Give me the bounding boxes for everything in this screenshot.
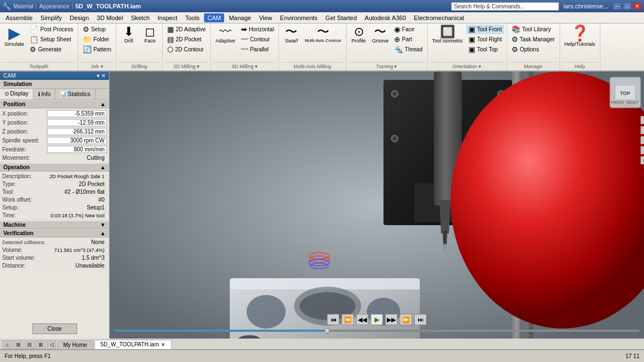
ribbon-group-drilling: ⬇ Drill ◻ Face Drilling <box>116 23 163 70</box>
ribbon-label-manage: Manage <box>509 62 557 69</box>
adaptive-label: Adaptive <box>216 38 235 44</box>
tab-info[interactable]: ℹ Info <box>34 89 56 99</box>
ribbon-btn-face[interactable]: ◻ Face <box>140 25 160 45</box>
menu-environments[interactable]: Environments <box>277 13 321 22</box>
appearance-label: Appearance <box>39 3 69 9</box>
maximize-button[interactable]: □ <box>623 2 632 10</box>
horizontal-icon: ➡ <box>241 25 247 34</box>
cam-panel-header: CAM ▾ ✕ <box>0 72 109 80</box>
ribbon-btn-folder[interactable]: 📁 Folder <box>80 35 113 44</box>
tab-display[interactable]: ⊙ Display <box>0 89 34 99</box>
ribbon-btn-pattern[interactable]: 🔄 Pattern <box>80 45 113 54</box>
ribbon-btn-toollibrary[interactable]: 📚 Tool Library <box>509 25 557 34</box>
ribbon-btn-2dadaptive[interactable]: ▦ 2D Adaptive <box>165 25 208 34</box>
tabs-grid-btn[interactable]: ⊟ <box>25 340 35 349</box>
svg-point-22 <box>247 295 286 328</box>
menu-view[interactable]: View <box>255 13 276 22</box>
tab-close-icon[interactable]: ✕ <box>161 342 165 347</box>
ribbon-btn-groove[interactable]: 〜 Groove <box>370 25 391 45</box>
ribbon-btn-simulate[interactable]: ▶ Simulate <box>2 25 26 49</box>
progress-thumb[interactable] <box>324 328 330 334</box>
machine-section-header[interactable]: Machine ▼ <box>0 221 109 229</box>
movement-value: Cutting <box>47 155 107 161</box>
ribbon-btn-setupsheet[interactable]: 📋 Setup Sheet <box>27 35 75 44</box>
svg-point-5 <box>393 92 396 96</box>
ribbon-btn-2dcontour[interactable]: ⬡ 2D Contour <box>165 45 208 54</box>
statusbar: For Help, press F1 17 11 <box>0 350 644 362</box>
ribbon-btn-toolfront[interactable]: ▣ Tool Front <box>466 25 504 34</box>
generate-label: Generate <box>38 46 61 53</box>
progress-track[interactable] <box>114 330 640 332</box>
ribbon-orientation-items: 🔲 Tool Isometric ▣ Tool Front ▣ Tool Rig… <box>430 25 504 62</box>
menu-cam[interactable]: CAM <box>204 13 224 22</box>
tab-myhome[interactable]: My Home <box>57 340 93 349</box>
ribbon-btn-thread[interactable]: 🔩 Thread <box>392 45 425 54</box>
tab-statistics[interactable]: 📊 Statistics <box>55 89 95 99</box>
description-row: Description: 2D Pocket Rough Side 1 <box>0 173 109 180</box>
menu-design[interactable]: Design <box>67 13 92 22</box>
2dpocket-icon: ▤ <box>167 35 174 44</box>
ribbon-btn-options[interactable]: ⚙ Options <box>509 45 557 54</box>
search-box[interactable]: Search Help & Commands... <box>451 2 559 11</box>
tabs-home-btn[interactable]: ⌂ <box>2 340 12 349</box>
ribbon-btn-taskmanager[interactable]: ⚙ Task Manager <box>509 35 557 44</box>
menu-sketch[interactable]: Sketch <box>127 13 153 22</box>
operation-section-header[interactable]: Operation ▲ <box>0 163 109 172</box>
ribbon-btn-multiaxiscontour[interactable]: 〜 Multi-Axis Contour <box>302 25 343 45</box>
ribbon-btn-parallel[interactable]: 〰 Parallel <box>239 45 276 54</box>
sim-to-start[interactable]: ⏮ <box>327 314 339 325</box>
ribbon-btn-swarf[interactable]: 〜 Swarf <box>281 25 301 45</box>
separator2: | <box>72 3 73 9</box>
minimize-button[interactable]: ─ <box>613 2 622 10</box>
machine-label: Machine <box>3 222 26 228</box>
close-button[interactable]: ✕ <box>633 2 642 10</box>
ribbon-btn-setup[interactable]: ⚙ Setup <box>80 25 113 34</box>
ribbon-btn-generate[interactable]: ⚙ Generate <box>27 45 75 54</box>
adaptive-icon: 〰 <box>219 26 231 38</box>
menu-3dmodel[interactable]: 3D Model <box>93 13 126 22</box>
menu-assemble[interactable]: Assemble <box>2 13 36 22</box>
ribbon-btn-turning-face[interactable]: ◉ Face <box>392 25 425 34</box>
ribbon-btn-2dpocket[interactable]: ▤ 2D Pocket <box>165 35 208 44</box>
sim-step-forward[interactable]: ⏩ <box>400 314 412 325</box>
setup-row: Setup: Setup1 <box>0 204 109 212</box>
verification-section-header[interactable]: Verification ▲ <box>0 229 109 237</box>
cam-header-close[interactable]: ▾ ✕ <box>97 73 106 79</box>
sim-step-back[interactable]: ⏪ <box>342 314 354 325</box>
tabs-arrow-left[interactable]: ◁ <box>47 340 56 349</box>
volume-label: Volume: <box>2 247 47 253</box>
position-section-header[interactable]: Position ▲ <box>0 100 109 108</box>
options-label: Options <box>520 46 539 53</box>
menu-getstarted[interactable]: Get Started <box>322 13 360 22</box>
ribbon-btn-postprocess[interactable]: 📄 Post Process <box>27 25 75 34</box>
ribbon-btn-contour[interactable]: 〰 Contour <box>239 35 276 44</box>
tab-toolpath[interactable]: 5D_W_TOOLPATH.iam ✕ <box>94 340 172 349</box>
movement-label: Movement: <box>2 155 47 161</box>
ribbon-btn-part[interactable]: ⊕ Part <box>392 35 425 44</box>
viewport[interactable]: X Y Z TOP FRONT RIGHT ▲ ▼ ◄ ► <box>110 72 644 339</box>
tabs-tile-btn[interactable]: ⊞ <box>13 340 23 349</box>
tabs-expand-btn[interactable]: ⊞ <box>36 340 46 349</box>
horizontal-label: Horizontal <box>249 26 274 32</box>
menu-electromech[interactable]: Electromechanical <box>410 13 467 22</box>
menu-tools[interactable]: Tools <box>182 13 203 22</box>
menu-manage[interactable]: Manage <box>225 13 254 22</box>
contour-label: Contour <box>250 36 270 42</box>
ribbon-btn-help[interactable]: ❓ Help/Tutorials <box>562 25 598 49</box>
ribbon-btn-tooltop[interactable]: ▣ Tool Top <box>466 45 504 54</box>
sim-back[interactable]: ◀◀ <box>356 314 368 325</box>
ribbon-btn-toolisometric[interactable]: 🔲 Tool Isometric <box>430 25 466 45</box>
menu-simplify[interactable]: Simplify <box>37 13 65 22</box>
menu-inspect[interactable]: Inspect <box>154 13 181 22</box>
menu-autodesk[interactable]: Autodesk A360 <box>361 13 409 22</box>
ribbon-orientation-col: ▣ Tool Front ▣ Tool Right ▣ Tool Top <box>466 25 504 54</box>
sim-play[interactable]: ▶ <box>371 314 383 325</box>
sim-to-end[interactable]: ⏭ <box>414 314 427 325</box>
ribbon-btn-profile[interactable]: ⊙ Profile <box>349 25 369 45</box>
close-panel-button[interactable]: Close <box>32 323 77 334</box>
ribbon-btn-adaptive[interactable]: 〰 Adaptive <box>213 25 238 45</box>
ribbon-btn-drill[interactable]: ⬇ Drill <box>119 25 139 45</box>
ribbon-btn-horizontal[interactable]: ➡ Horizontal <box>239 25 276 34</box>
ribbon-btn-toolright[interactable]: ▣ Tool Right <box>466 35 504 44</box>
sim-forward[interactable]: ▶▶ <box>385 314 397 325</box>
